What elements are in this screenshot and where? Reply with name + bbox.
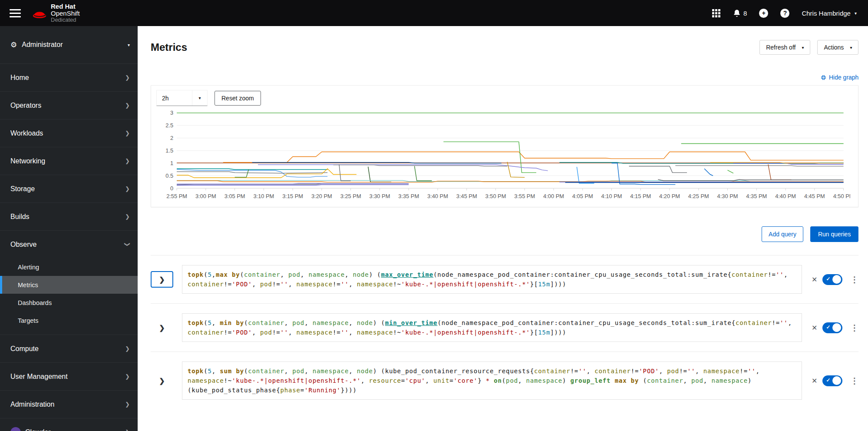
query-enabled-toggle[interactable]: ✓ [822, 274, 842, 285]
query-enabled-toggle[interactable]: ✓ [822, 322, 842, 333]
actions-dropdown[interactable]: Actions ▾ [817, 40, 858, 55]
svg-text:4:30 PM: 4:30 PM [717, 193, 738, 199]
gears-icon: ⚙ [10, 41, 17, 49]
query-row: ❯ topk(5, min by(container, pod, namespa… [151, 303, 858, 351]
sidebar-item-user-management[interactable]: User Management❯ [0, 363, 138, 390]
query-enabled-toggle[interactable]: ✓ [822, 375, 842, 386]
remove-query-button[interactable]: ✕ [812, 377, 817, 385]
timespan-value: 2h [157, 90, 192, 106]
run-queries-button[interactable]: Run queries [810, 226, 859, 242]
svg-text:4:35 PM: 4:35 PM [746, 193, 767, 199]
chevron-right-icon: ❯ [125, 213, 130, 220]
sidebar-item-networking[interactable]: Networking❯ [0, 147, 138, 175]
svg-text:4:05 PM: 4:05 PM [572, 193, 593, 199]
hide-graph-link[interactable]: Hide graph [821, 74, 859, 81]
svg-text:3:50 PM: 3:50 PM [485, 193, 506, 199]
sidebar-item-builds[interactable]: Builds❯ [0, 203, 138, 230]
sidebar-item-compute[interactable]: Compute❯ [0, 335, 138, 362]
check-icon: ✓ [826, 377, 830, 383]
svg-text:4:15 PM: 4:15 PM [630, 193, 651, 199]
sidebar-item-home[interactable]: Home❯ [0, 64, 138, 91]
sidebar-item-operators[interactable]: Operators❯ [0, 92, 138, 119]
sidebar-item-observe[interactable]: Observe❯ [0, 231, 138, 258]
expand-query-button[interactable]: ❯ [151, 372, 173, 389]
sidebar-item-storage[interactable]: Storage❯ [0, 175, 138, 202]
svg-text:4:45 PM: 4:45 PM [804, 193, 825, 199]
toggle-knob [832, 275, 841, 284]
svg-text:3:10 PM: 3:10 PM [253, 193, 274, 199]
svg-text:3:45 PM: 3:45 PM [456, 193, 477, 199]
sidebar-item-label: Home [10, 74, 29, 82]
svg-text:0: 0 [170, 185, 173, 192]
sidebar-item-targets[interactable]: Targets [0, 312, 138, 329]
sidebar-item-dashboards[interactable]: Dashboards [0, 294, 138, 312]
add-query-button[interactable]: Add query [762, 226, 803, 242]
query-expression-input[interactable]: topk(5, sum by(container, pod, namespace… [182, 361, 802, 400]
hide-graph-label: Hide graph [829, 74, 859, 81]
sidebar-item-administration[interactable]: Administration❯ [0, 391, 138, 418]
close-icon: ✕ [812, 324, 817, 332]
plus-circle-icon[interactable]: + [759, 9, 768, 18]
app-launcher-icon[interactable] [712, 9, 720, 17]
query-list: ❯ topk(5,max by(container, pod, namespac… [151, 255, 858, 409]
close-icon: ✕ [812, 276, 817, 283]
chevron-right-icon: ❯ [125, 74, 130, 81]
kebab-icon: ⋮ [850, 323, 858, 332]
sidebar-item-metrics[interactable]: Metrics [0, 276, 138, 294]
query-kebab-menu[interactable]: ⋮ [850, 377, 858, 385]
svg-text:2.5: 2.5 [165, 122, 173, 129]
svg-text:3: 3 [170, 109, 173, 116]
query-expression-input[interactable]: topk(5,max by(container, pod, namespace,… [182, 265, 802, 294]
clowder-icon [10, 427, 21, 431]
chevron-right-icon: ❯ [125, 345, 130, 352]
brand-line1: Red Hat [51, 3, 80, 10]
chevron-right-icon: ❯ [125, 373, 130, 380]
chevron-right-icon: ❯ [125, 130, 130, 136]
sidebar-item-alerting[interactable]: Alerting [0, 258, 138, 276]
notification-count: 8 [743, 10, 747, 17]
query-expression-input[interactable]: topk(5, min by(container, pod, namespace… [182, 313, 802, 342]
notifications-button[interactable]: 8 [733, 9, 747, 17]
chevron-down-icon: ❯ [124, 242, 131, 247]
remove-query-button[interactable]: ✕ [812, 324, 817, 332]
svg-text:2: 2 [170, 135, 173, 141]
brand-line2: OpenShift [51, 10, 80, 17]
page-title: Metrics [151, 41, 187, 53]
remove-query-button[interactable]: ✕ [812, 275, 817, 284]
help-icon[interactable]: ? [780, 9, 789, 18]
svg-text:3:40 PM: 3:40 PM [427, 193, 448, 199]
reset-zoom-button[interactable]: Reset zoom [215, 91, 261, 106]
metrics-chart[interactable]: 00.511.522.532:55 PM3:00 PM3:05 PM3:10 P… [156, 109, 850, 202]
user-menu[interactable]: Chris Hambridge ▾ [802, 10, 857, 17]
chevron-right-icon: ❯ [159, 324, 165, 332]
main-content: Metrics Refresh off ▾ Actions ▾ Hide gra… [138, 26, 868, 431]
svg-text:4:10 PM: 4:10 PM [601, 193, 622, 199]
expand-query-button[interactable]: ❯ [151, 319, 173, 336]
sidebar-item-label: Storage [10, 185, 35, 193]
svg-text:3:00 PM: 3:00 PM [195, 193, 216, 199]
sidebar-item-label: Builds [10, 213, 30, 221]
svg-text:1: 1 [170, 160, 173, 166]
sidebar-nav: ⚙ Administrator ▾ Home❯Operators❯Workloa… [0, 26, 138, 431]
timespan-select[interactable]: 2h ▾ [156, 90, 208, 106]
expand-query-button[interactable]: ❯ [151, 271, 173, 288]
chevron-right-icon: ❯ [125, 158, 130, 164]
svg-text:3:20 PM: 3:20 PM [311, 193, 332, 199]
chevron-right-icon: ❯ [125, 401, 130, 408]
hamburger-icon[interactable] [10, 9, 21, 17]
refresh-dropdown[interactable]: Refresh off ▾ [759, 40, 810, 55]
svg-text:4:50 PM: 4:50 PM [833, 193, 850, 199]
sidebar-item-clowder[interactable]: Clowder❯ [0, 418, 138, 431]
sidebar-item-label: Clowder [25, 428, 51, 431]
sidebar-item-label: Administration [10, 401, 54, 408]
chevron-right-icon: ❯ [125, 102, 130, 109]
query-kebab-menu[interactable]: ⋮ [850, 275, 858, 284]
caret-down-icon: ▾ [128, 43, 130, 47]
caret-down-icon: ▾ [855, 11, 857, 16]
sidebar-item-label: Operators [10, 102, 41, 109]
sidebar-item-workloads[interactable]: Workloads❯ [0, 119, 138, 147]
query-kebab-menu[interactable]: ⋮ [850, 324, 858, 332]
toggle-knob [832, 376, 841, 385]
perspective-switcher[interactable]: ⚙ Administrator ▾ [0, 26, 138, 64]
query-row: ❯ topk(5, sum by(container, pod, namespa… [151, 351, 858, 409]
